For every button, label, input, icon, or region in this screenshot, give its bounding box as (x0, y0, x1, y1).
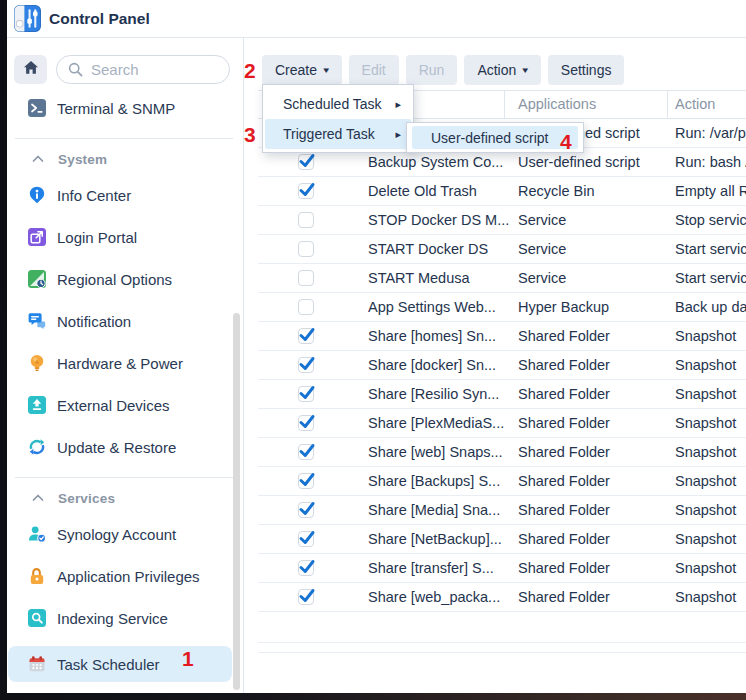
row-checkbox-unchecked[interactable] (298, 270, 314, 286)
menu-item-label: User-defined script (431, 130, 549, 146)
row-checkbox-checked[interactable] (298, 444, 314, 460)
sidebar-item-update-restore[interactable]: Update & Restore (8, 429, 232, 465)
sidebar-section-system[interactable]: System (7, 147, 243, 171)
row-checkbox-unchecked[interactable] (298, 212, 314, 228)
task-name-cell: Share [Media] Sna... (368, 496, 518, 524)
menu-item-scheduled-task[interactable]: Scheduled Task ▸ (265, 89, 411, 119)
applications-cell: Shared Folder (518, 380, 675, 408)
table-row[interactable]: Share [NetBackup]...Shared FolderSnapsho… (258, 525, 746, 554)
row-checkbox-checked[interactable] (298, 328, 314, 344)
table-row[interactable]: STOP Docker DS M...ServiceStop servic (258, 206, 746, 235)
sidebar-item-application-privileges[interactable]: Application Privileges (8, 558, 232, 594)
applications-cell: Shared Folder (518, 351, 675, 379)
sidebar-item-regional-options[interactable]: Regional Options (8, 261, 232, 297)
submenu-arrow-icon: ▸ (395, 98, 401, 111)
action-cell: Snapshot (675, 467, 746, 495)
action-cell: Snapshot (675, 322, 746, 350)
table-row[interactable]: Share [Resilio Syn...Shared FolderSnapsh… (258, 380, 746, 409)
action-cell: Run: /var/p (675, 119, 746, 147)
column-header-action[interactable]: Action (675, 91, 715, 118)
task-scheduler-icon (28, 655, 46, 673)
run-button[interactable]: Run (406, 55, 458, 85)
sidebar-search-row (14, 55, 243, 84)
table-row[interactable]: Share [web] Snaps...Shared FolderSnapsho… (258, 438, 746, 467)
sidebar-item-label: Application Privileges (57, 568, 200, 585)
table-row[interactable]: Share [web_packa...Shared FolderSnapshot (258, 583, 746, 612)
task-name-cell: Share [NetBackup]... (368, 525, 518, 553)
task-name-cell: Share [docker] Sn... (368, 351, 518, 379)
search-box[interactable] (56, 55, 230, 84)
sidebar-item-info-center[interactable]: Info Center (8, 177, 232, 213)
search-icon (68, 62, 83, 77)
sidebar-item-label: Login Portal (57, 229, 137, 246)
row-checkbox-unchecked[interactable] (298, 241, 314, 257)
row-checkbox-checked[interactable] (298, 589, 314, 605)
table-row[interactable]: START MedusaServiceStart servic (258, 264, 746, 293)
action-cell: Snapshot (675, 525, 746, 553)
search-input[interactable] (91, 61, 211, 78)
toolbar: Create▾EditRunAction▾Settings (262, 55, 624, 85)
sidebar-item-label: Task Scheduler (57, 656, 160, 673)
applications-cell: Shared Folder (518, 409, 675, 437)
main-panel: Create▾EditRunAction▾Settings Applicatio… (244, 38, 746, 693)
sidebar-item-hardware-power[interactable]: Hardware & Power (8, 345, 232, 381)
action-cell: Start servic (675, 235, 746, 263)
menu-item-user-defined-script[interactable]: User-defined script (412, 126, 578, 149)
task-name-cell: Share [transfer] S... (368, 554, 518, 582)
sidebar-item-indexing-service[interactable]: Indexing Service (8, 600, 232, 636)
action-button[interactable]: Action▾ (464, 55, 540, 85)
task-name-cell: Share [web_packa... (368, 583, 518, 611)
menu-item-triggered-task[interactable]: Triggered Task ▸ (265, 119, 411, 149)
column-header-applications[interactable]: Applications (518, 91, 596, 118)
row-checkbox-checked[interactable] (298, 473, 314, 489)
row-checkbox-checked[interactable] (298, 357, 314, 373)
caret-down-icon: ▾ (523, 65, 529, 75)
applications-cell: Shared Folder (518, 583, 675, 611)
table-row[interactable]: START Docker DSServiceStart servic (258, 235, 746, 264)
row-checkbox-checked[interactable] (298, 560, 314, 576)
edit-button[interactable]: Edit (349, 55, 399, 85)
empty-row-divider (258, 642, 746, 643)
create-button[interactable]: Create▾ (262, 55, 342, 85)
table-row[interactable]: Share [Media] Sna...Shared FolderSnapsho… (258, 496, 746, 525)
home-icon (23, 60, 39, 79)
table-row[interactable]: Share [docker] Sn...Shared FolderSnapsho… (258, 351, 746, 380)
row-checkbox-checked[interactable] (298, 415, 314, 431)
row-checkbox-checked[interactable] (298, 183, 314, 199)
sidebar-item-login-portal[interactable]: Login Portal (8, 219, 232, 255)
sidebar-item-label: Regional Options (57, 271, 172, 288)
table-row[interactable]: Delete Old TrashRecycle BinEmpty all R (258, 177, 746, 206)
row-checkbox-checked[interactable] (298, 386, 314, 402)
sidebar-section-services[interactable]: Services (7, 486, 243, 510)
table-row[interactable]: Share [homes] Sn...Shared FolderSnapshot (258, 322, 746, 351)
row-checkbox-checked[interactable] (298, 154, 314, 170)
table-row[interactable]: Share [transfer] S...Shared FolderSnapsh… (258, 554, 746, 583)
table-row[interactable]: Share [Backups] S...Shared FolderSnapsho… (258, 467, 746, 496)
table-row[interactable]: Share [PlexMediaS...Shared FolderSnapsho… (258, 409, 746, 438)
button-label: Create (275, 62, 317, 78)
regional-options-icon (28, 270, 46, 288)
row-checkbox-checked[interactable] (298, 502, 314, 518)
sidebar-scrollbar[interactable] (233, 313, 240, 690)
sidebar-item-external-devices[interactable]: External Devices (8, 387, 232, 423)
sidebar-item-label: Synology Account (57, 526, 176, 543)
sidebar-item-label: Hardware & Power (57, 355, 183, 372)
row-checkbox-unchecked[interactable] (298, 299, 314, 315)
home-button[interactable] (14, 55, 47, 84)
sidebar-item-task-scheduler[interactable]: Task Scheduler (8, 646, 232, 682)
sidebar-item-notification[interactable]: Notification (8, 303, 232, 339)
external-devices-icon (28, 396, 46, 414)
terminal-icon (28, 99, 46, 117)
indexing-service-icon (28, 609, 46, 627)
sidebar-item-terminal-snmp[interactable]: Terminal & SNMP (8, 90, 232, 126)
sidebar-item-label: Terminal & SNMP (57, 100, 175, 117)
action-cell: Back up da (675, 293, 746, 321)
applications-cell: Shared Folder (518, 467, 675, 495)
sidebar-item-synology-account[interactable]: Synology Account (8, 516, 232, 552)
column-divider (504, 91, 505, 118)
settings-button[interactable]: Settings (548, 55, 625, 85)
sidebar-section-label: Services (58, 491, 115, 506)
task-name-cell: Share [Resilio Syn... (368, 380, 518, 408)
table-row[interactable]: App Settings Web...Hyper BackupBack up d… (258, 293, 746, 322)
row-checkbox-checked[interactable] (298, 531, 314, 547)
